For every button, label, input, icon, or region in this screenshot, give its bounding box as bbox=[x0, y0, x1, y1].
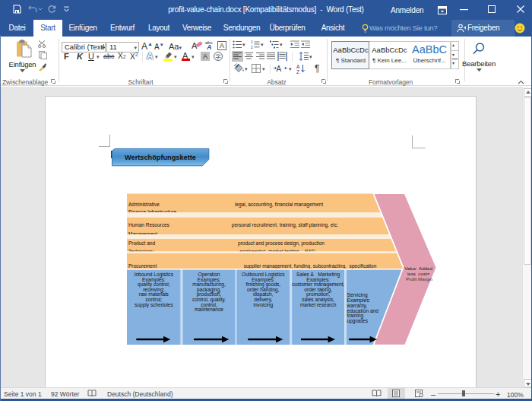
svg-text:invoicing: invoicing bbox=[253, 302, 273, 308]
svg-text:supplier management, funding,: supplier management, funding, subcontrac… bbox=[244, 263, 377, 269]
svg-text:Administrative: Administrative bbox=[128, 202, 160, 207]
svg-text:Wertschöpfungskette: Wertschöpfungskette bbox=[125, 154, 196, 161]
svg-text:legal, accounting, financial m: legal, accounting, financial management bbox=[235, 202, 323, 208]
svg-text:Human Resources: Human Resources bbox=[128, 222, 170, 228]
svg-text:maintenance: maintenance bbox=[195, 307, 223, 312]
svg-text:1: 1 bbox=[251, 40, 253, 44]
svg-text:upgrades: upgrades bbox=[347, 318, 369, 324]
svg-text:Procurement: Procurement bbox=[128, 263, 157, 269]
svg-text:2: 2 bbox=[251, 45, 253, 49]
svg-text:A: A bbox=[277, 65, 282, 73]
svg-text:personal recruitment, training: personal recruitment, training, staff pl… bbox=[232, 222, 339, 228]
svg-text:Value Added less cost=: Value Added less cost= Profit Margin bbox=[404, 266, 433, 282]
svg-text:supply schedules: supply schedules bbox=[135, 302, 173, 308]
svg-text:Z: Z bbox=[296, 69, 299, 75]
svg-text:market research: market research bbox=[300, 302, 337, 307]
svg-text:product and process design, pr: product and process design, production bbox=[238, 240, 325, 247]
svg-text:Product and: Product and bbox=[128, 240, 155, 246]
